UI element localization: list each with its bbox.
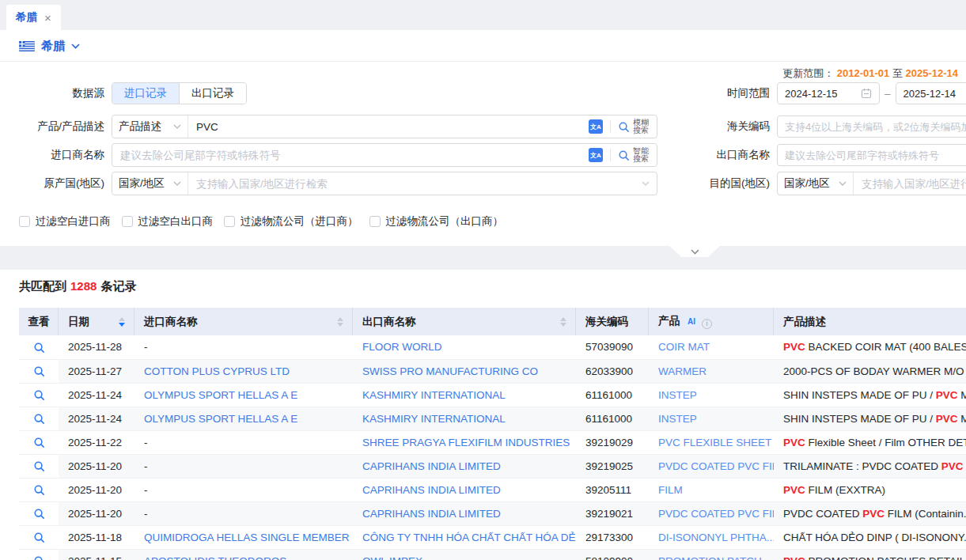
importer-link[interactable]: OLYMPUS SPORT HELLAS A E (144, 389, 297, 401)
exporter-link[interactable]: CAPRIHANS INDIA LIMITED (362, 460, 501, 472)
exporter-link[interactable]: CAPRIHANS INDIA LIMITED (362, 508, 501, 520)
importer-link[interactable]: COTTON PLUS CYPRUS LTD (144, 365, 290, 377)
date-cell: 2025-11-27 (59, 359, 134, 383)
keyword-highlight: PVC (936, 413, 958, 425)
importer-name-input[interactable] (120, 149, 581, 161)
exporter-name-input[interactable] (785, 149, 966, 161)
smart-search-label: 智能 (633, 146, 649, 155)
exporter-link[interactable]: KASHMIRY INTERNATIONAL (362, 389, 506, 401)
results-table-body: 2025-11-28-FLOOR WORLD57039090COIR MATPV… (19, 335, 966, 560)
date-from-input[interactable]: 2024-12-15 (777, 82, 880, 104)
product-link[interactable]: PROMOTION PATCH (658, 555, 762, 560)
toggle-import-records[interactable]: 进口记录 (112, 83, 179, 104)
sort-date[interactable] (119, 317, 125, 327)
date-to-input[interactable]: 2025-12-14 (896, 82, 966, 104)
view-record-button[interactable] (19, 478, 59, 501)
description-cell: 2000-PCS OF BODAY WARMER M/O ... (774, 359, 966, 383)
view-record-button[interactable] (19, 430, 59, 454)
translate-icon[interactable]: 文A (589, 148, 603, 162)
exporter-link[interactable]: CÔNG TY TNHH HÓA CHẤT CHẤT HÓA DẺ... (362, 532, 576, 543)
product-link[interactable]: PVDC COATED PVC FIL... (658, 460, 774, 472)
view-record-button[interactable] (19, 525, 59, 549)
description-cell: PVC FILM (EXXTRA) (774, 478, 966, 501)
exporter-link[interactable]: OWL IMPEX (362, 555, 422, 560)
importer-link[interactable]: APOSTOLIDIS THEODOROS (144, 555, 286, 560)
product-type-select[interactable]: 产品描述 (112, 115, 188, 138)
checkbox[interactable] (19, 216, 30, 227)
importer-empty: - (144, 484, 148, 496)
exporter-link[interactable]: KASHMIRY INTERNATIONAL (362, 413, 506, 425)
table-row: 2025-11-15APOSTOLIDIS THEODOROSOWL IMPEX… (19, 549, 966, 560)
view-record-button[interactable] (19, 407, 59, 430)
product-search-input[interactable] (196, 121, 581, 133)
origin-country-select[interactable]: 国家/地区 (112, 172, 188, 195)
sort-exporter[interactable] (560, 317, 566, 327)
product-link[interactable]: COIR MAT (658, 341, 710, 353)
importer-empty: - (144, 341, 148, 353)
chevron-down-icon[interactable] (71, 44, 80, 49)
importer-cell: OLYMPUS SPORT HELLAS A E (134, 407, 353, 430)
collapse-panel-handle[interactable] (669, 246, 720, 257)
view-record-button[interactable] (19, 335, 59, 359)
date-cell: 2025-11-20 (59, 478, 134, 501)
table-row: 2025-11-20-CAPRIHANS INDIA LIMITED392051… (19, 478, 966, 501)
form-row-importer: 进口商名称 文A 智能搜索 出口商名称 (0, 143, 966, 167)
exporter-link[interactable]: FLOOR WORLD (362, 341, 442, 353)
product-link[interactable]: INSTEP (658, 389, 697, 401)
exporter-link[interactable]: SWISS PRO MANUFACTURING CO (362, 365, 538, 377)
filter-checkbox-item[interactable]: 过滤物流公司（进口商） (224, 214, 358, 229)
col-header-exporter: 出口商名称 (353, 308, 576, 335)
product-type-value: 产品描述 (119, 119, 161, 134)
product-link[interactable]: PVC FLEXIBLE SHEET F... (658, 437, 774, 448)
view-record-button[interactable] (19, 501, 59, 525)
smart-search-button[interactable]: 智能搜索 (618, 147, 657, 164)
importer-cell: OLYMPUS SPORT HELLAS A E (134, 383, 353, 407)
product-link[interactable]: INSTEP (658, 413, 697, 425)
date-cell: 2025-11-24 (59, 407, 134, 430)
exporter-link[interactable]: SHREE PRAGYA FLEXIFILM INDUSTRIES (362, 437, 570, 448)
product-link[interactable]: WARMER (658, 365, 707, 377)
tab-greece[interactable]: 希腊 × (6, 5, 61, 30)
filter-checkbox-item[interactable]: 过滤空白出口商 (122, 214, 214, 229)
col-header-product: 产品AIi (649, 308, 774, 335)
calendar-icon[interactable] (861, 88, 872, 99)
hs-code-cell: 58109900 (576, 549, 649, 560)
close-icon[interactable]: × (44, 12, 51, 24)
exporter-link[interactable]: CAPRIHANS INDIA LIMITED (362, 484, 501, 496)
description-cell: PVDC COATED PVC FILM (Containin... (774, 501, 966, 525)
view-record-button[interactable] (19, 549, 59, 560)
fuzzy-search-button[interactable]: 模糊搜索 (618, 119, 657, 135)
summary-prefix: 共匹配到 (19, 279, 66, 293)
chevron-down-icon[interactable] (642, 181, 650, 186)
product-link[interactable]: PVDC COATED PVC FIL... (658, 508, 774, 520)
results-summary: 共匹配到1288条记录 (19, 279, 966, 294)
table-header-row: 查看 日期 进口商名称 出口商名称 海关编码 产品AIi 产品描述 (19, 308, 966, 335)
importer-cell: - (134, 478, 353, 501)
info-icon[interactable]: i (702, 319, 712, 329)
hs-code-input[interactable] (785, 121, 966, 133)
view-record-button[interactable] (19, 454, 59, 478)
view-record-button[interactable] (19, 359, 59, 383)
description-cell: PVC PROMOTION PATCHES DETAIL ... (774, 549, 966, 560)
checkbox[interactable] (369, 216, 381, 227)
importer-link[interactable]: OLYMPUS SPORT HELLAS A E (144, 413, 297, 425)
hs-code-cell: 39219021 (576, 501, 649, 525)
keyword-highlight: PVC (941, 460, 964, 472)
importer-link[interactable]: QUIMIDROGA HELLAS SINGLE MEMBER PC (144, 532, 353, 543)
exporter-cell: FLOOR WORLD (353, 335, 576, 359)
dest-country-input[interactable] (862, 178, 966, 190)
sort-importer[interactable] (337, 317, 343, 327)
tab-bar: 希腊 × (0, 0, 966, 30)
view-record-button[interactable] (19, 383, 59, 407)
checkbox[interactable] (122, 216, 133, 227)
product-link[interactable]: FILM (658, 484, 683, 496)
filter-checkbox-item[interactable]: 过滤物流公司（出口商） (369, 214, 504, 229)
filter-checkbox-item[interactable]: 过滤空白进口商 (19, 214, 111, 229)
hs-code-cell: 61161000 (576, 407, 649, 430)
origin-country-input[interactable] (196, 178, 634, 190)
translate-icon[interactable]: 文A (589, 119, 603, 134)
toggle-export-records[interactable]: 出口记录 (179, 83, 246, 104)
checkbox[interactable] (224, 216, 235, 227)
dest-country-select[interactable]: 国家/地区 (778, 172, 854, 195)
product-link[interactable]: DI-ISONONYL PHTHA... (658, 532, 774, 543)
